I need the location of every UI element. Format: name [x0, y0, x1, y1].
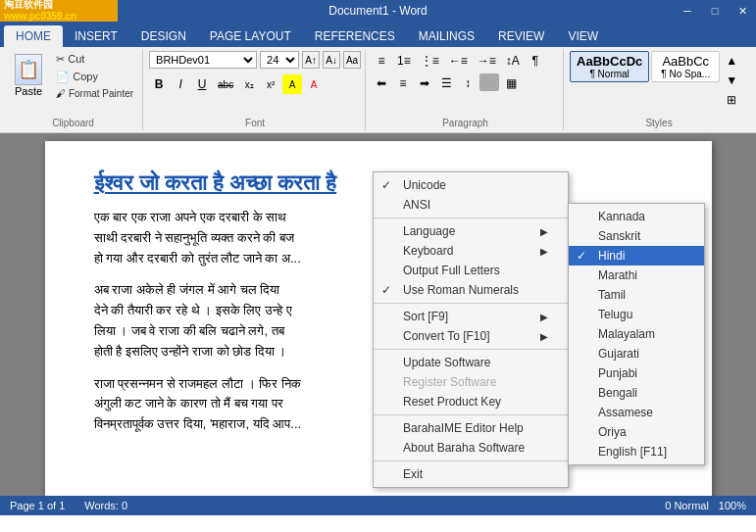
lang-telugu[interactable]: Telugu: [569, 305, 704, 324]
clipboard-group: 📋 Paste ✂ Cut 📄 Copy 🖌 Format Painter Cl…: [4, 49, 143, 130]
numbering-button[interactable]: 1≡: [393, 51, 415, 71]
font-row2: B I U abc x₂ x² A A: [149, 74, 324, 94]
sep2: [374, 303, 568, 304]
increase-indent[interactable]: →≡: [474, 51, 500, 71]
tab-mailings[interactable]: MAILINGS: [407, 25, 486, 47]
title-bar: 淘豆软件园www.pc0359.cn Document1 - Word ─ □ …: [0, 0, 756, 22]
lang-hindi[interactable]: ✓ Hindi: [569, 246, 704, 266]
tab-home[interactable]: HOME: [4, 25, 63, 47]
menu-sort[interactable]: Sort [F9] ▶: [374, 307, 568, 326]
status-words: Words: 0: [84, 500, 127, 511]
lang-bengali[interactable]: Bengali: [569, 383, 704, 403]
menu-convert[interactable]: Convert To [F10] ▶: [374, 326, 568, 346]
lang-assamese[interactable]: Assamese: [569, 403, 704, 422]
font-highlight[interactable]: A: [282, 74, 302, 94]
menu-about-baraha[interactable]: About Baraha Software: [374, 438, 568, 458]
cut-button[interactable]: ✂ Cut: [51, 51, 138, 68]
paragraph-label: Paragraph: [372, 116, 559, 128]
italic-button[interactable]: I: [171, 74, 190, 94]
styles-down[interactable]: ▼: [722, 71, 741, 90]
font-name-select[interactable]: BRHDev01: [149, 51, 257, 69]
menu-reset-product[interactable]: Reset Product Key: [374, 392, 568, 411]
align-left[interactable]: ⬅: [372, 73, 391, 93]
clipboard-label: Clipboard: [8, 116, 138, 128]
align-right[interactable]: ➡: [415, 73, 434, 93]
menu-use-roman[interactable]: ✓ Use Roman Numerals: [374, 280, 568, 300]
tab-review[interactable]: REVIEW: [486, 25, 556, 47]
line-spacing[interactable]: ↕: [458, 73, 478, 93]
strikethrough-button[interactable]: abc: [214, 74, 237, 94]
close-button[interactable]: ✕: [729, 0, 756, 22]
sort-button[interactable]: ↕A: [502, 51, 524, 71]
sep3: [374, 349, 568, 350]
paste-button[interactable]: 📋 Paste: [8, 51, 49, 100]
tab-page-layout[interactable]: PAGE LAYOUT: [198, 25, 303, 47]
tab-view[interactable]: VIEW: [556, 25, 610, 47]
style-no-spacing[interactable]: AaBbCc ¶ No Spa...: [651, 51, 720, 82]
show-formatting[interactable]: ¶: [526, 51, 545, 71]
styles-up[interactable]: ▲: [722, 51, 741, 71]
menu-output-full[interactable]: Output Full Letters: [374, 261, 568, 280]
font-color[interactable]: A: [304, 74, 324, 94]
lang-gujarati[interactable]: Gujarati: [569, 344, 704, 363]
status-page: Page 1 of 1: [10, 500, 65, 511]
tab-insert[interactable]: INSERT: [63, 25, 129, 47]
minimize-button[interactable]: ─: [674, 0, 701, 22]
lang-punjabi[interactable]: Punjabi: [569, 363, 704, 383]
menu-register-software: Register Software: [374, 372, 568, 392]
clipboard-content: 📋 Paste ✂ Cut 📄 Copy 🖌 Format Painter: [8, 51, 138, 116]
justify[interactable]: ☰: [436, 73, 456, 93]
styles-more[interactable]: ⊞: [722, 90, 741, 110]
format-painter-button[interactable]: 🖌 Format Painter: [51, 86, 138, 101]
sep1: [374, 218, 568, 218]
roman-check: ✓: [381, 283, 391, 297]
menu-language[interactable]: Language ▶: [374, 221, 568, 241]
bold-button[interactable]: B: [149, 74, 169, 94]
lang-marathi[interactable]: Marathi: [569, 266, 704, 285]
menu-baraha-help[interactable]: BarahaIME Editor Help: [374, 418, 568, 438]
shading[interactable]: [479, 73, 499, 91]
menu-update-software[interactable]: Update Software: [374, 353, 568, 372]
lang-oriya[interactable]: Oriya: [569, 422, 704, 442]
styles-label: Styles: [570, 116, 748, 128]
menu-ansi[interactable]: ANSI: [374, 195, 568, 215]
font-label: Font: [149, 116, 361, 128]
subscript-button[interactable]: x₂: [239, 74, 259, 94]
ribbon-tabs: HOME INSERT DESIGN PAGE LAYOUT REFERENCE…: [0, 22, 756, 47]
ribbon-content: 📋 Paste ✂ Cut 📄 Copy 🖌 Format Painter Cl…: [0, 47, 756, 133]
window-controls: ─ □ ✕: [674, 0, 756, 22]
menu-unicode[interactable]: ✓ Unicode: [374, 175, 568, 195]
tab-design[interactable]: DESIGN: [129, 25, 198, 47]
title-bar-text: Document1 - Word: [328, 4, 427, 18]
menu-exit[interactable]: Exit: [374, 464, 568, 484]
align-center[interactable]: ≡: [393, 73, 413, 93]
style-normal[interactable]: AaBbCcDc ¶ Normal: [570, 51, 649, 82]
border-button[interactable]: ▦: [501, 73, 521, 93]
lang-english[interactable]: English [F11]: [569, 442, 704, 461]
decrease-indent[interactable]: ←≡: [445, 51, 472, 71]
font-color-btn[interactable]: Aa: [343, 51, 361, 69]
superscript-button[interactable]: x²: [261, 74, 280, 94]
lang-malayalam[interactable]: Malayalam: [569, 324, 704, 344]
multilevel-button[interactable]: ⋮≡: [417, 51, 443, 71]
bullets-button[interactable]: ≡: [372, 51, 391, 71]
logo: 淘豆软件园www.pc0359.cn: [0, 0, 118, 22]
lang-kannada[interactable]: Kannada: [569, 207, 704, 226]
paragraph-group: ≡ 1≡ ⋮≡ ←≡ →≡ ↕A ¶ ⬅ ≡ ➡ ☰ ↕ ▦ Paragraph: [368, 49, 564, 130]
language-arrow: ▶: [540, 226, 548, 237]
convert-arrow: ▶: [540, 331, 548, 342]
sep4: [374, 414, 568, 415]
font-size-decrease[interactable]: A↓: [323, 51, 340, 69]
lang-tamil[interactable]: Tamil: [569, 285, 704, 305]
font-row1: BRHDev01 24 A↑ A↓ Aa: [149, 51, 361, 69]
copy-button[interactable]: 📄 Copy: [51, 69, 138, 85]
font-size-increase[interactable]: A↑: [302, 51, 320, 69]
tab-references[interactable]: REFERENCES: [303, 25, 407, 47]
underline-button[interactable]: U: [192, 74, 212, 94]
keyboard-arrow: ▶: [540, 246, 548, 257]
lang-sanskrit[interactable]: Sanskrit: [569, 226, 704, 246]
menu-keyboard[interactable]: Keyboard ▶: [374, 241, 568, 261]
font-size-select[interactable]: 24: [260, 51, 299, 69]
styles-group: AaBbCcDc ¶ Normal AaBbCc ¶ No Spa... ▲ ▼…: [566, 49, 752, 130]
maximize-button[interactable]: □: [701, 0, 729, 22]
